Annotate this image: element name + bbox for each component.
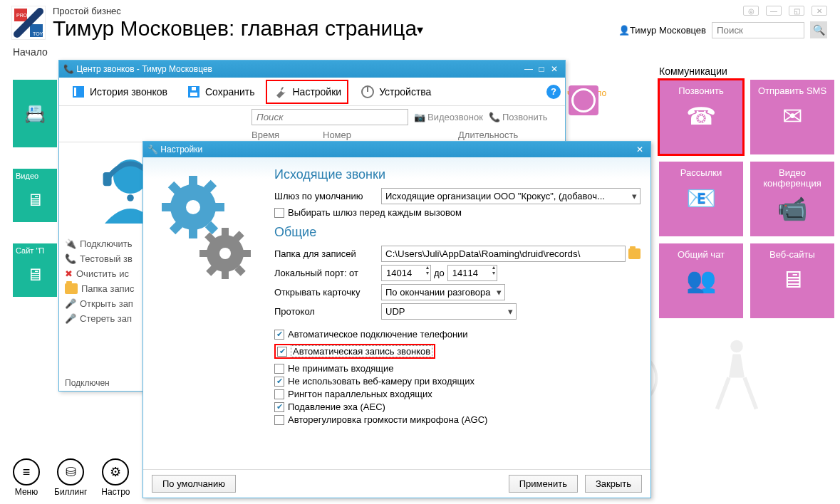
apply-button[interactable]: Применить — [509, 475, 578, 493]
maximize-icon[interactable]: □ — [535, 64, 548, 74]
svg-rect-11 — [190, 93, 197, 96]
cc-searchbar: 📷Видеозвонок 📞Позвонить — [59, 106, 565, 128]
window-controls: ◎ — ◱ ✕ — [743, 6, 827, 16]
close-icon[interactable]: ✕ — [548, 64, 561, 74]
tile-left-3[interactable]: Сайт "П🖥 — [13, 243, 57, 297]
save-button[interactable]: Сохранить — [179, 80, 262, 104]
chk-noincoming[interactable]: Не принимать входящие — [274, 363, 641, 374]
checkbox-icon: ✔ — [274, 402, 284, 412]
chk-aec[interactable]: ✔Подавление эха (AEC) — [274, 401, 641, 412]
svg-rect-16 — [103, 172, 112, 186]
wrench-icon — [273, 84, 289, 100]
tile-left-1[interactable]: 📇 — [13, 80, 57, 147]
browse-folder-icon[interactable] — [628, 248, 641, 259]
handset-icon: 📞 — [489, 112, 500, 122]
history-button[interactable]: История звонков — [63, 80, 175, 104]
cc-search-input[interactable] — [252, 109, 408, 125]
settings-button[interactable]: Настройки — [266, 80, 348, 104]
global-search-input[interactable] — [712, 22, 804, 38]
checkbox-icon: ✔ — [274, 330, 284, 340]
checkbox-icon — [274, 364, 284, 374]
title-block: Простой бизнес Тимур Московцев: главная … — [53, 6, 423, 41]
section-communications: Коммуникации — [659, 65, 727, 77]
cc-status: Подключен — [65, 378, 110, 388]
minimize-icon[interactable]: — — [522, 64, 535, 74]
tile-sms[interactable]: Отправить SMS✉ — [750, 80, 834, 154]
app-header: PROTOY Простой бизнес Тимур Московцев: г… — [0, 0, 840, 41]
outgoing-heading: Исходящие звонки — [274, 167, 641, 182]
protocol-select[interactable]: UDP — [381, 303, 517, 320]
section-start: Начало — [13, 46, 840, 58]
card-select[interactable]: По окончании разговора — [381, 284, 505, 300]
mic-icon: 🎤 — [65, 298, 76, 309]
col-time[interactable]: Время — [252, 130, 323, 140]
close-icon[interactable]: ✕ — [633, 145, 646, 154]
chk-autorecord[interactable]: ✔Автоматическая запись звонков — [274, 344, 435, 359]
billing-icon: ⛁ — [57, 458, 84, 485]
tile-call[interactable]: Позвонить☎ — [659, 80, 743, 154]
checkbox-icon: ✔ — [274, 377, 284, 387]
folder-icon — [65, 283, 78, 294]
st-illustration — [143, 157, 271, 469]
maximize-icon[interactable]: ◱ — [789, 6, 804, 16]
tile-chat[interactable]: Общий чат👥 — [659, 243, 743, 318]
chk-nocam[interactable]: ✔Не использовать веб-камеру при входящих — [274, 376, 641, 387]
call-button[interactable]: 📞Позвонить — [489, 112, 548, 122]
chk-agc[interactable]: Авторегулировка громкости микрофона (AGC… — [274, 414, 641, 425]
cc-titlebar[interactable]: 📞 Центр звонков - Тимур Московцев — □ ✕ — [59, 61, 565, 78]
devices-button[interactable]: Устройства — [353, 80, 438, 104]
chat-icon: 👥 — [686, 266, 716, 294]
svg-rect-32 — [222, 271, 229, 279]
search-icon[interactable]: 🔍 — [810, 21, 827, 38]
tile-left-2[interactable]: Видео🖥 — [13, 169, 57, 222]
dock-menu[interactable]: ≡Меню — [13, 458, 40, 497]
st-titlebar[interactable]: 🔧 Настройки ✕ — [143, 142, 650, 157]
port-label: Локальный порт: от — [274, 268, 381, 278]
videocall-button[interactable]: 📷Видеозвонок — [414, 112, 483, 122]
cc-toolbar: История звонков Сохранить Настройки Устр… — [59, 78, 565, 106]
svg-point-7 — [730, 340, 743, 353]
port-from-input[interactable]: 14014 — [381, 265, 431, 281]
minimize-icon[interactable]: — — [766, 6, 782, 16]
svg-point-18 — [127, 194, 134, 201]
default-button[interactable]: По умолчанию — [152, 475, 236, 493]
svg-rect-34 — [242, 250, 251, 257]
medal-icon — [569, 85, 598, 115]
close-button[interactable]: Закрыть — [585, 475, 642, 493]
tile-websites[interactable]: Веб-сайты🖥 — [750, 243, 834, 318]
cc-title: Центр звонков - Тимур Московцев — [76, 64, 212, 74]
save-icon — [186, 84, 202, 100]
current-user[interactable]: 👤Тимур Московцев — [618, 25, 706, 36]
svg-point-20 — [186, 200, 200, 214]
dock-settings[interactable]: ⚙Настро — [101, 458, 130, 497]
dropdown-caret-icon[interactable]: ▾ — [417, 23, 423, 37]
handset-icon: 📞 — [65, 253, 76, 264]
chk-ringtone[interactable]: Рингтон параллельных входящих — [274, 389, 641, 399]
card-label: Открывать карточку — [274, 287, 381, 298]
svg-rect-31 — [222, 228, 229, 236]
page-title[interactable]: Тимур Московцев: главная страница▾ — [53, 16, 423, 41]
chk-autoconnect[interactable]: ✔Автоматическое подключение телефонии — [274, 329, 641, 340]
chk-select-gateway[interactable]: Выбирать шлюз перед каждым вызовом — [274, 207, 641, 218]
toggle-icon[interactable]: ◎ — [743, 6, 759, 16]
tile-mailing[interactable]: Рассылки📧 — [659, 162, 743, 236]
cc-columns: Время Номер Длительность — [59, 128, 565, 142]
gateway-select[interactable]: Исходящие организации ООО "Крокус", (доб… — [381, 188, 641, 204]
svg-rect-33 — [199, 250, 208, 257]
help-icon[interactable]: ? — [546, 85, 561, 99]
phone-icon: ☎ — [686, 102, 716, 130]
col-duration[interactable]: Длительность — [458, 130, 544, 140]
svg-rect-24 — [214, 203, 224, 211]
gateway-label: Шлюз по умолчанию — [274, 191, 381, 201]
dock-billing[interactable]: ⛁Биллинг — [54, 458, 87, 497]
close-icon[interactable]: ✕ — [812, 6, 827, 16]
gear-icon: ⚙ — [102, 458, 129, 485]
tile-videoconf[interactable]: Видео конференция📹 — [750, 162, 834, 236]
dock: ≡Меню ⛁Биллинг ⚙Настро — [13, 458, 130, 497]
folder-input[interactable] — [381, 246, 626, 262]
st-footer: По умолчанию Применить Закрыть — [143, 469, 650, 498]
svg-rect-21 — [189, 176, 197, 186]
port-to-input[interactable]: 14114 — [447, 265, 497, 281]
comm-tiles: Позвонить☎ Отправить SMS✉ Рассылки📧 Виде… — [659, 80, 834, 318]
col-number[interactable]: Номер — [323, 130, 458, 140]
